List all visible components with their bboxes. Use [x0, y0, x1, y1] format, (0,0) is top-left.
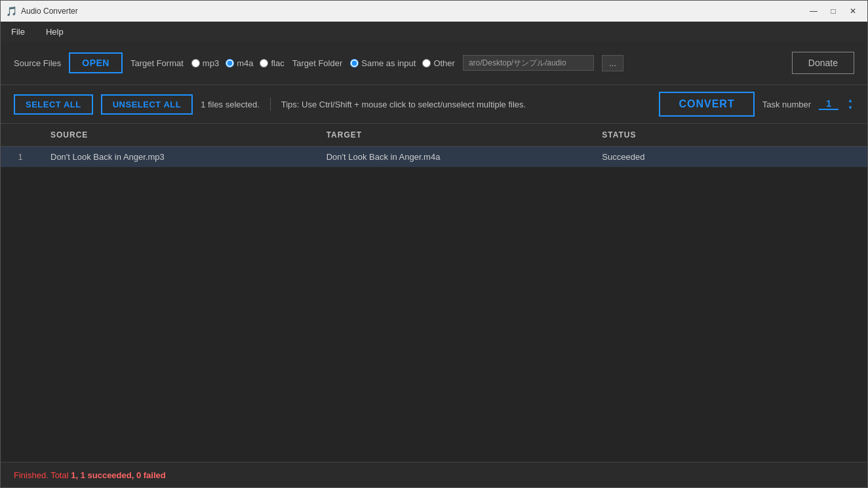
- col-source: SOURCE: [40, 124, 316, 147]
- folder-same-radio[interactable]: [350, 59, 359, 67]
- status-bar: Finished. Total 1, 1 succeeded, 0 failed: [1, 462, 867, 487]
- cell-status: Succeeded: [591, 147, 867, 168]
- format-m4a-radio[interactable]: [226, 59, 234, 67]
- spinner-down-button[interactable]: ▼: [846, 105, 854, 111]
- unselect-all-button[interactable]: UNSELECT ALL: [101, 94, 193, 115]
- table-body: 1 Don't Look Back in Anger.mp3 Don't Loo…: [1, 147, 867, 168]
- format-flac-label: flac: [271, 58, 284, 68]
- format-mp3-radio[interactable]: [191, 59, 200, 67]
- divider: [270, 98, 271, 111]
- folder-other-option[interactable]: Other: [422, 58, 455, 68]
- open-button[interactable]: OPEN: [69, 52, 123, 73]
- table-header-row: SOURCE TARGET STATUS: [1, 124, 867, 147]
- format-mp3-label: mp3: [203, 58, 219, 68]
- target-folder-label: Target Folder: [292, 58, 343, 68]
- folder-same-label: Same as input: [361, 58, 416, 68]
- col-status: STATUS: [591, 124, 867, 147]
- format-m4a-option[interactable]: m4a: [226, 58, 253, 68]
- top-bar: Source Files OPEN Target Format mp3 m4a …: [1, 41, 867, 85]
- maximize-button[interactable]: □: [824, 5, 842, 18]
- close-button[interactable]: ✕: [844, 5, 862, 18]
- minimize-button[interactable]: —: [804, 5, 823, 18]
- spinner-up-button[interactable]: ▲: [846, 98, 854, 104]
- title-left: 🎵 Audio Converter: [6, 6, 78, 16]
- title-bar: 🎵 Audio Converter — □ ✕: [1, 1, 867, 22]
- cell-target: Don't Look Back in Anger.m4a: [316, 147, 592, 168]
- folder-path-input[interactable]: [463, 55, 594, 71]
- col-index: [1, 124, 40, 147]
- cell-index: 1: [1, 147, 40, 168]
- target-format-label: Target Format: [130, 58, 184, 68]
- task-number-spinner: ▲ ▼: [846, 98, 854, 111]
- action-bar: SELECT ALL UNSELECT ALL 1 files selected…: [1, 85, 867, 124]
- menu-help[interactable]: Help: [41, 24, 69, 39]
- format-flac-radio[interactable]: [260, 59, 268, 67]
- status-highlight: 1, 1 succeeded, 0 failed: [71, 470, 166, 480]
- task-number-label: Task number: [762, 100, 811, 109]
- selection-info: 1 files selected.: [201, 100, 260, 109]
- folder-other-label: Other: [433, 58, 455, 68]
- donate-button[interactable]: Donate: [792, 52, 854, 74]
- format-mp3-option[interactable]: mp3: [191, 58, 219, 68]
- tips-text: Tips: Use Ctrl/Shift + mouse click to se…: [281, 100, 526, 109]
- file-table: SOURCE TARGET STATUS 1 Don't Look Back i…: [1, 124, 867, 167]
- file-table-container: SOURCE TARGET STATUS 1 Don't Look Back i…: [1, 124, 867, 462]
- format-radio-group: mp3 m4a flac: [191, 58, 285, 68]
- task-number-input[interactable]: [819, 98, 838, 110]
- table-row[interactable]: 1 Don't Look Back in Anger.mp3 Don't Loo…: [1, 147, 867, 168]
- format-flac-option[interactable]: flac: [260, 58, 284, 68]
- col-target: TARGET: [316, 124, 592, 147]
- cell-source: Don't Look Back in Anger.mp3: [40, 147, 316, 168]
- convert-button[interactable]: CONVERT: [659, 92, 754, 117]
- app-icon: 🎵: [6, 6, 17, 16]
- format-m4a-label: m4a: [237, 58, 253, 68]
- table-header: SOURCE TARGET STATUS: [1, 124, 867, 147]
- status-text: Finished. Total 1, 1 succeeded, 0 failed: [14, 470, 166, 480]
- app-title: Audio Converter: [21, 7, 78, 16]
- select-all-button[interactable]: SELECT ALL: [14, 94, 93, 115]
- status-prefix: Finished. Total: [14, 470, 71, 480]
- menu-file[interactable]: File: [6, 24, 30, 39]
- folder-radio-group: Same as input Other: [350, 58, 455, 68]
- window-controls: — □ ✕: [804, 5, 862, 18]
- source-files-label: Source Files: [14, 58, 61, 68]
- folder-same-option[interactable]: Same as input: [350, 58, 416, 68]
- browse-button[interactable]: ...: [602, 55, 623, 71]
- folder-other-radio[interactable]: [422, 59, 431, 67]
- menu-bar: File Help: [1, 22, 867, 41]
